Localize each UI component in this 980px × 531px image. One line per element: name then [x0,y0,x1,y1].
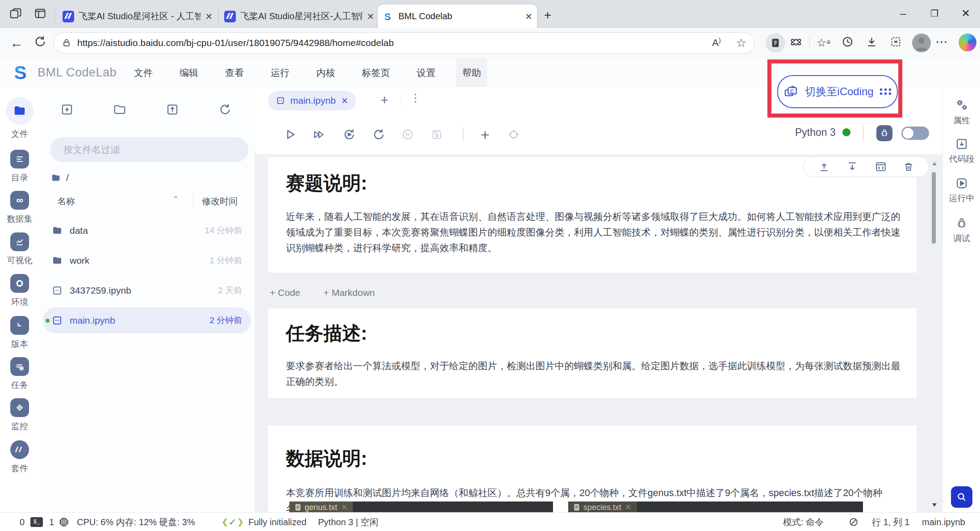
insert-below-button[interactable] [846,161,858,173]
read-aloud-icon[interactable]: A) [712,37,720,49]
menu-item-kernel[interactable]: 内核 [310,58,341,87]
menu-item-view[interactable]: 查看 [219,58,250,87]
browser-tab[interactable]: 飞桨AI Studio星河社区 - 人工智能 ✕ [58,4,217,28]
embedded-tab-genus[interactable]: genus.txt ✕ [289,502,353,513]
column-modified[interactable]: 修改时间 [202,195,238,207]
debug-bug-button[interactable] [876,125,892,141]
refresh-files-button[interactable] [216,101,234,118]
extensions-icon[interactable] [790,36,802,49]
breadcrumb[interactable]: / [51,172,69,184]
kernel-toggle[interactable] [901,126,929,140]
restart-run-button[interactable] [339,125,359,144]
add-cell-button[interactable]: + [475,125,495,144]
menu-item-help[interactable]: 帮助 [456,58,487,87]
notebook-tab-close-icon[interactable]: ✕ [341,96,348,106]
workspaces-icon[interactable] [9,7,22,21]
scrollbar-up-icon[interactable] [932,161,937,166]
scrollbar-down-icon[interactable] [932,502,937,508]
sidebar-item-toc[interactable]: 目录 [0,150,39,184]
new-notebook-button[interactable] [58,101,76,118]
sidebar-item-datasets[interactable]: ∞ 数据集 [0,191,39,225]
tab-close-icon[interactable]: ✕ [205,11,213,22]
delete-cell-button[interactable] [903,161,914,172]
active-file[interactable]: main.ipynb [922,513,965,531]
favorite-star-icon[interactable]: ☆ [736,36,746,50]
filter-input[interactable] [50,137,248,162]
sidebar-item-files[interactable]: 文件 [0,97,39,140]
sidebar-item-suites[interactable]: 套件 [0,440,39,474]
sidebar-item-tasks[interactable]: 任务 [0,357,39,391]
notebook-tab[interactable]: main.ipynb ✕ [268,91,356,110]
url-field[interactable]: https://aistudio.baidu.com/bj-cpu-01/use… [54,32,755,54]
kernel-state[interactable]: Python 3 | 空闲 [318,513,378,531]
insert-above-button[interactable] [818,161,830,173]
history-icon[interactable] [842,36,854,48]
sidebar-item-environment[interactable]: 环境 [0,274,39,308]
reload-button[interactable] [34,35,46,48]
to-code-button[interactable] [875,161,887,173]
menu-item-file[interactable]: 文件 [128,58,159,87]
switch-to-icoding-button[interactable]: C 切换至iCoding [777,75,898,108]
file-row[interactable]: work 1 分钟前 [43,248,251,274]
file-row-selected[interactable]: main.ipynb 2 分钟前 [43,308,251,333]
new-folder-button[interactable] [111,101,129,118]
screenshot-icon[interactable] [890,36,902,48]
menu-item-edit[interactable]: 编辑 [173,58,205,87]
embedded-tab-close-icon[interactable]: ✕ [341,502,348,512]
favorites-bar-icon[interactable]: ☆≡ [817,36,829,49]
add-notebook-tab-button[interactable]: + [381,93,389,108]
tab-actions-icon[interactable] [34,7,46,20]
back-button[interactable]: ← [10,35,23,51]
menu-item-tabs[interactable]: 标签页 [356,58,396,87]
run-button[interactable] [281,125,300,144]
panel-item-running[interactable]: 运行中 [943,177,980,204]
browser-tab[interactable]: 飞桨AI Studio星河社区-人工智能 ✕ [220,4,379,28]
embedded-tab-close-icon[interactable]: ✕ [625,502,632,512]
add-markdown-button[interactable]: + Markdown [323,287,375,298]
minimize-button[interactable]: – [889,0,917,27]
panel-item-debug[interactable]: 调试 [943,217,980,244]
refresh-kernel-button[interactable] [369,125,389,144]
menu-item-settings[interactable]: 设置 [410,58,442,87]
file-row[interactable]: 3437259.ipynb 2 天前 [43,278,251,303]
profile-avatar[interactable] [912,34,931,52]
menu-item-run[interactable]: 运行 [264,58,296,87]
copilot-icon[interactable] [959,34,976,51]
maximize-button[interactable]: ❒ [920,0,949,27]
tabbar-divider [401,94,402,107]
panel-item-properties[interactable]: 属性 [943,97,980,126]
column-name[interactable]: 名称 [57,195,75,207]
embedded-tab-species[interactable]: species.txt ✕ [568,502,637,513]
notifications-icon[interactable] [849,513,859,531]
kernel-name[interactable]: Python 3 [795,126,836,139]
tab-menu-icon[interactable]: ⋮ [410,92,421,104]
add-code-button[interactable]: + Code [270,287,300,298]
tab-close-icon[interactable]: ✕ [367,11,374,22]
close-button[interactable]: ✕ [951,0,980,27]
run-all-button[interactable] [310,125,330,144]
sidebar-item-monitoring[interactable]: 监控 [0,398,39,432]
downloads-icon[interactable] [866,36,878,48]
upload-button[interactable] [163,101,181,118]
more-menu-icon[interactable]: ⋯ [935,34,949,49]
browser-tab-active[interactable]: S BML Codelab ✕ [378,4,537,28]
panel-item-snippets[interactable]: 代码段 [943,137,980,165]
sort-asc-icon[interactable]: ⌃ [172,194,179,204]
search-help-button[interactable] [951,486,972,508]
cursor-position[interactable]: 行 1, 列 1 [872,513,909,531]
scrollbar-thumb[interactable] [932,172,936,244]
copilot-pages-icon[interactable] [766,33,785,53]
mode-indicator[interactable]: 模式: 命令 [783,513,824,531]
terminal-icon[interactable]: $_ [30,513,43,531]
tab-close-icon[interactable]: ✕ [525,11,532,22]
sidebar-item-versions[interactable]: 版本 [0,316,39,350]
target-button[interactable] [504,125,524,144]
notebook-content: 赛题说明: 近年来，随着人工智能的发展，其在语音识别、自然语言处理、图像与视频分… [255,154,942,512]
sidebar-item-visualization[interactable]: 可视化 [0,232,39,266]
terminals-count[interactable]: 0 [20,513,25,531]
markdown-cell[interactable]: 任务描述: 要求参赛者给出一个算法或模型，对于给定的图片，检测出图片中的蝴蝶类别… [268,308,917,398]
kernels-count[interactable]: 1 [49,513,54,531]
markdown-cell[interactable]: 数据说明: 本竞赛所用训练和测试图片均来自网络（和鲸社区）。总共有9个属，20个… [268,426,917,512]
new-tab-button[interactable]: + [544,8,551,22]
file-row[interactable]: data 14 分钟前 [43,218,251,244]
